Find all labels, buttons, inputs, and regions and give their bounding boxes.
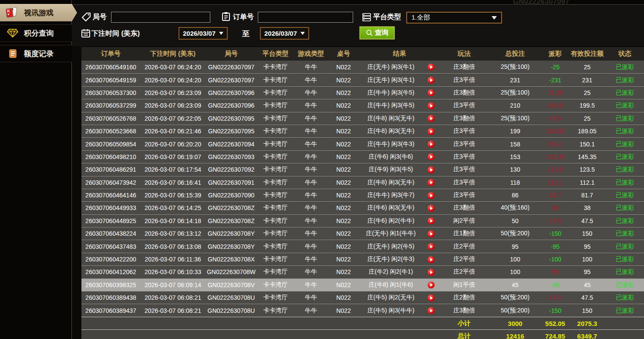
cell-order-no: 260307060537299	[81, 102, 140, 109]
cell-result: 庄(无牛) 闲2(牛5)	[359, 243, 422, 251]
table-row[interactable]: 2603070604739422026-03-07 06:16:41GN0222…	[81, 176, 644, 189]
play-video-icon[interactable]	[428, 153, 435, 160]
cell-valid-bet: 112.1	[569, 179, 606, 186]
cell-valid-bet: 231	[569, 77, 606, 84]
sidebar-item-points-query[interactable]: 积分查询	[0, 24, 72, 42]
table-row[interactable]: 2603070605098542026-03-07 06:20:20GN0222…	[81, 137, 644, 150]
cell-result: 庄(牛9) 闲3(牛5)	[359, 166, 422, 173]
cell-game-type: 牛牛	[294, 243, 328, 251]
cell-table-no: N022	[328, 243, 359, 250]
cell-result: 庄(无牛) 闲2(牛3)	[359, 255, 422, 263]
cell-round-no: GN02226307096	[206, 102, 257, 109]
cell-total-bet: 153	[489, 153, 542, 160]
play-video-icon[interactable]	[428, 295, 435, 302]
play-video-icon[interactable]	[428, 77, 435, 84]
search-icon	[366, 29, 373, 37]
table-row[interactable]: 2603070603894372026-03-07 06:08:21GN0222…	[81, 304, 644, 316]
cell-result: 庄(牛牛) 闲3(牛3)	[359, 140, 422, 148]
play-video-icon[interactable]	[428, 192, 435, 199]
cell-platform: 卡卡湾厅	[257, 204, 294, 212]
table-row[interactable]: 2603070604641462026-03-07 06:15:39GN0222…	[81, 189, 644, 201]
play-video-icon[interactable]	[428, 243, 435, 250]
play-video-icon[interactable]	[428, 231, 435, 237]
search-button[interactable]: 查询	[360, 27, 394, 39]
cell-payout: 199.5	[542, 102, 569, 109]
play-video-icon[interactable]	[428, 89, 435, 96]
sidebar-item-quota-records[interactable]: 额度记录	[0, 45, 72, 62]
chevron-down-icon	[219, 32, 223, 35]
cell-game-type: 牛牛	[294, 76, 328, 84]
table-row[interactable]: 2603070605491602026-03-07 06:24:20GN0222…	[81, 61, 644, 73]
cell-replay	[422, 204, 440, 212]
cell-bet-time: 2026-03-07 06:24:20	[140, 77, 206, 84]
bets-table: 订单号 下注时间 (美东) 局号 平台类型 游戏类型 桌号 结果 玩法 总投注 …	[81, 47, 644, 339]
play-video-icon[interactable]	[428, 281, 435, 288]
play-video-icon[interactable]	[428, 269, 435, 276]
col-header-status: 状态	[606, 50, 644, 58]
platform-type-select[interactable]: 1.全部	[406, 12, 502, 24]
table-row[interactable]: 2603070604489252026-03-07 06:14:18GN0222…	[81, 214, 644, 227]
table-row[interactable]: 2603070604222002026-03-07 06:11:36GN0222…	[81, 253, 644, 265]
platform-type-value: 1.全部	[411, 14, 430, 22]
cell-table-no: N022	[328, 268, 359, 275]
play-video-icon[interactable]	[428, 307, 435, 314]
play-video-icon[interactable]	[428, 128, 435, 135]
cell-valid-bet: 100	[569, 256, 606, 263]
table-row[interactable]: 2603070604374832026-03-07 06:13:08GN0222…	[81, 240, 644, 252]
cell-bet-time: 2026-03-07 06:10:33	[140, 268, 206, 275]
table-row[interactable]: 2603070605491592026-03-07 06:24:20GN0222…	[81, 73, 644, 86]
play-video-icon[interactable]	[428, 256, 435, 263]
table-row[interactable]: 2603070605236682026-03-07 06:21:46GN0222…	[81, 125, 644, 137]
cell-table-no: N022	[328, 204, 359, 211]
table-row[interactable]: 2603070604982102026-03-07 06:19:07GN0222…	[81, 150, 644, 163]
cell-status: 已派彩	[606, 76, 644, 84]
cell-status: 已派彩	[606, 153, 644, 161]
cell-replay	[422, 179, 440, 186]
cell-payout: 47.5	[542, 115, 569, 122]
cell-status: 已派彩	[606, 281, 644, 289]
cell-payout: -100	[542, 256, 569, 263]
play-video-icon[interactable]	[428, 166, 435, 173]
total-label: 总计	[440, 332, 489, 339]
play-video-icon[interactable]	[428, 141, 435, 148]
order-no-input[interactable]	[258, 12, 353, 23]
table-row[interactable]: 2603070604862912026-03-07 06:17:54GN0222…	[81, 163, 644, 176]
round-no-input[interactable]	[111, 12, 210, 23]
cell-play-type: 庄3翻倍	[440, 115, 489, 122]
table-row[interactable]: 2603070605267682026-03-07 06:22:05GN0222…	[81, 112, 644, 125]
play-video-icon[interactable]	[428, 217, 435, 224]
table-row[interactable]: 2603070604120622026-03-07 06:10:33GN0222…	[81, 265, 644, 278]
cell-bet-time: 2026-03-07 06:17:54	[140, 166, 206, 173]
table-row[interactable]: 2603070605372992026-03-07 06:23:09GN0222…	[81, 99, 644, 112]
cell-status: 已派彩	[606, 127, 644, 135]
cell-order-no: 260307060412062	[81, 268, 140, 275]
play-video-icon[interactable]	[428, 179, 435, 186]
cell-result: 庄(牛6) 闲3(牛6)	[359, 153, 422, 161]
cell-replay	[422, 63, 440, 71]
table-row[interactable]: 2603070603894382026-03-07 06:08:21GN0222…	[81, 291, 644, 304]
date-from-select[interactable]: 2026/03/07	[179, 27, 228, 40]
table-row[interactable]: 2603070604382242026-03-07 06:13:12GN0222…	[81, 227, 644, 240]
table-row[interactable]: 2603070603983252026-03-07 06:09:14GN0222…	[81, 278, 644, 291]
play-video-icon[interactable]	[428, 115, 435, 122]
cell-order-no: 260307060549160	[81, 64, 140, 71]
play-video-icon[interactable]	[428, 102, 435, 109]
cell-valid-bet: 95	[569, 243, 606, 250]
calendar-icon	[81, 28, 91, 38]
cell-play-type: 庄3翻倍	[440, 307, 489, 315]
sidebar-item-video-games[interactable]: 9 K♥ 视讯游戏	[0, 4, 77, 21]
play-video-icon[interactable]	[428, 205, 435, 212]
cell-payout: 47.5	[542, 217, 569, 224]
cell-play-type: 庄3平倍	[440, 76, 489, 84]
cell-result: 庄(牛牛) 闲3(牛5)	[359, 102, 422, 109]
clipboard-icon	[221, 12, 231, 21]
play-video-icon[interactable]	[428, 64, 435, 71]
cell-total-bet: 199	[489, 128, 542, 135]
table-row[interactable]: 2603070605373002026-03-07 06:23:09GN0222…	[81, 86, 644, 99]
cell-total-bet: 50(预:200)	[489, 230, 542, 237]
cell-payout: 112.1	[542, 179, 569, 186]
date-to-select[interactable]: 2026/03/07	[260, 27, 309, 40]
cell-total-bet: 50(预:200)	[489, 307, 542, 315]
table-row[interactable]: 2603070604499332026-03-07 06:14:25GN0222…	[81, 201, 644, 214]
cell-payout: -45	[542, 281, 569, 288]
